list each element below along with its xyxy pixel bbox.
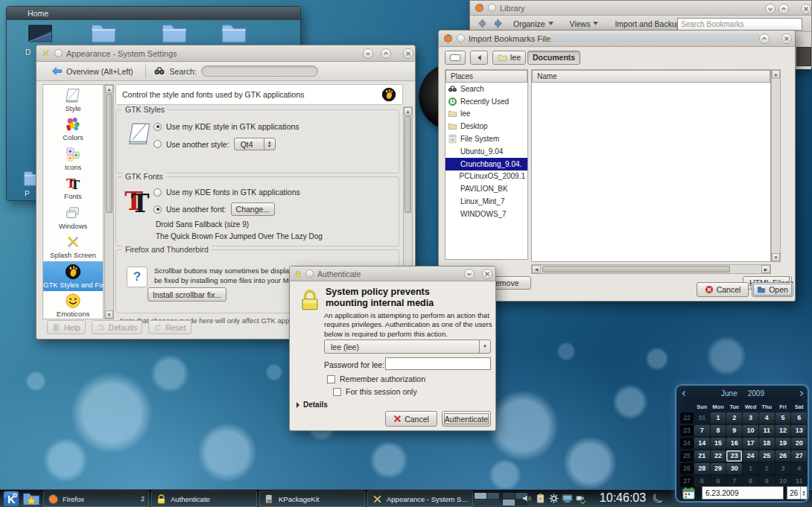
calendar-day[interactable]: 24 <box>743 450 758 462</box>
help-button[interactable]: Help <box>47 320 86 334</box>
calendar-day[interactable]: 9 <box>759 476 775 487</box>
remember-checkbox[interactable]: Remember authorization <box>327 374 425 383</box>
import-titlebar[interactable]: Import Bookmarks File <box>439 31 795 47</box>
place-crunchbang-9-04[interactable]: Crunchbang_9.04. <box>445 158 527 170</box>
sidebar-item-windows[interactable]: Windows <box>43 203 103 232</box>
file-list-hscrollbar[interactable]: ◀ ▶ <box>531 264 771 274</box>
calendar-day[interactable]: 8 <box>743 476 758 487</box>
forward-icon[interactable] <box>493 18 504 29</box>
minimize-button[interactable] <box>464 269 475 279</box>
place-file-system[interactable]: File System <box>445 133 527 145</box>
close-button[interactable] <box>482 269 492 279</box>
overview-button[interactable]: Overview (Alt+Left) <box>47 65 138 77</box>
calendar-day[interactable]: 7 <box>694 425 710 436</box>
settings-search-input[interactable] <box>201 66 318 77</box>
calendar-day[interactable]: 18 <box>759 438 775 449</box>
window-menu-icon[interactable] <box>488 4 496 12</box>
library-scroll-element[interactable] <box>796 47 811 66</box>
sidebar-item-splash-screen[interactable]: Splash Screen <box>43 232 103 262</box>
calendar-day[interactable]: 19 <box>775 438 791 449</box>
calendar-day[interactable]: 6 <box>711 476 726 487</box>
favorites-folder-button[interactable] <box>22 491 40 507</box>
search-bookmarks-input[interactable] <box>677 18 802 31</box>
place-recently-used[interactable]: Recently Used <box>445 95 527 108</box>
calendar-month[interactable]: June <box>721 389 738 398</box>
minimize-button[interactable] <box>765 4 775 14</box>
user-select-combo[interactable]: lee (lee) ▼ <box>324 339 491 354</box>
calendar-day[interactable]: 11 <box>791 476 807 487</box>
calendar-day[interactable]: 29 <box>711 463 726 474</box>
password-input[interactable] <box>385 357 491 370</box>
sidebar-scrollbar[interactable]: ▲ ▼ <box>104 84 114 319</box>
sidebar-item-icons[interactable]: Icons <box>43 144 103 173</box>
window-menu-icon[interactable] <box>457 34 465 42</box>
date-input[interactable] <box>702 486 784 500</box>
radio-other-font[interactable]: Use another font: Change... <box>153 203 275 216</box>
cancel-button[interactable]: Cancel <box>697 282 749 297</box>
close-button[interactable] <box>781 34 792 44</box>
menu-organize[interactable]: Organize <box>510 18 556 30</box>
task-firefox[interactable]: Firefox2 <box>43 491 149 507</box>
scroll-up-icon[interactable]: ▲ <box>105 85 113 93</box>
kmenu-button[interactable]: K <box>2 491 20 507</box>
sidebar-item-colors[interactable]: Colors <box>43 115 103 144</box>
home-titlebar[interactable]: Home <box>7 7 300 20</box>
display-icon[interactable] <box>562 493 573 504</box>
place-pclinuxos-2009-1[interactable]: PCLinuxOS_2009.1 <box>445 170 527 183</box>
calendar-icon[interactable] <box>682 487 695 500</box>
calendar-day[interactable]: 4 <box>791 463 807 474</box>
calendar-day[interactable]: 16 <box>726 438 742 449</box>
calendar-day[interactable]: 2 <box>759 463 775 474</box>
digital-clock[interactable]: 10:46:03 <box>592 491 653 505</box>
device-notifier-icon[interactable] <box>575 493 586 504</box>
calendar-day[interactable]: 17 <box>743 438 758 449</box>
cancel-button[interactable]: Cancel <box>385 411 437 427</box>
maximize-button[interactable] <box>381 48 391 59</box>
calendar-day[interactable]: 8 <box>711 425 726 436</box>
window-menu-icon[interactable] <box>54 49 63 57</box>
library-titlebar[interactable]: Library <box>470 1 811 16</box>
calendar-day[interactable]: 2 <box>726 412 742 424</box>
calendar-day[interactable]: 14 <box>694 438 710 449</box>
place-ubuntu-9-04[interactable]: Ubuntu_9.04 <box>445 145 527 158</box>
reset-button[interactable]: Reset <box>148 320 191 334</box>
name-column-header[interactable]: Name <box>532 70 770 83</box>
calendar-day[interactable]: 30 <box>726 463 742 474</box>
calendar-day[interactable]: 25 <box>759 450 775 462</box>
radio-kde-fonts[interactable]: Use my KDE fonts in GTK applications <box>153 188 300 197</box>
task-authenticate[interactable]: Authenticate <box>151 491 257 507</box>
calendar-day[interactable]: 31 <box>694 412 710 424</box>
back-icon[interactable] <box>476 18 487 29</box>
calendar-day[interactable]: 1 <box>711 412 726 424</box>
close-button[interactable] <box>403 48 413 59</box>
clipboard-icon[interactable] <box>535 493 546 504</box>
calendar-day[interactable]: 28 <box>694 463 710 474</box>
calendar-day[interactable]: 23 <box>726 450 742 462</box>
calendar-day[interactable]: 10 <box>775 476 791 487</box>
open-button[interactable]: Open <box>752 282 793 297</box>
task-kpackagekit[interactable]: KPackageKit <box>259 491 365 507</box>
session-only-checkbox[interactable]: For this session only <box>333 387 417 396</box>
sidebar-item-style[interactable]: Style <box>43 85 103 115</box>
folder-icon[interactable] <box>219 22 249 44</box>
scroll-left-icon[interactable]: ◀ <box>532 265 541 273</box>
maximize-button[interactable] <box>778 4 789 14</box>
window-menu-icon[interactable] <box>305 270 314 278</box>
scroll-down-icon[interactable]: ▼ <box>105 310 113 319</box>
type-location-toggle[interactable] <box>445 51 466 65</box>
auth-titlebar[interactable]: Authenticate <box>290 267 495 281</box>
defaults-button[interactable]: Defaults <box>92 320 143 334</box>
scroll-up-icon[interactable]: ▲ <box>404 107 412 115</box>
scroll-right-icon[interactable]: ▶ <box>761 265 770 273</box>
install-scrollbar-fix-button[interactable]: Install scrollbar fix... <box>148 287 226 302</box>
calendar-day[interactable]: 6 <box>791 412 807 424</box>
folder-icon[interactable] <box>89 22 118 44</box>
scrollbar-thumb[interactable] <box>106 94 112 213</box>
minimize-button[interactable] <box>363 48 373 59</box>
week-spinner[interactable]: 26 ▲▼ <box>787 486 808 500</box>
close-button[interactable] <box>801 4 811 14</box>
places-header[interactable]: Places <box>445 70 527 83</box>
calendar-year[interactable]: 2009 <box>748 389 764 398</box>
calendar-day[interactable]: 27 <box>791 450 807 462</box>
authenticate-button[interactable]: Authenticate <box>442 411 491 427</box>
